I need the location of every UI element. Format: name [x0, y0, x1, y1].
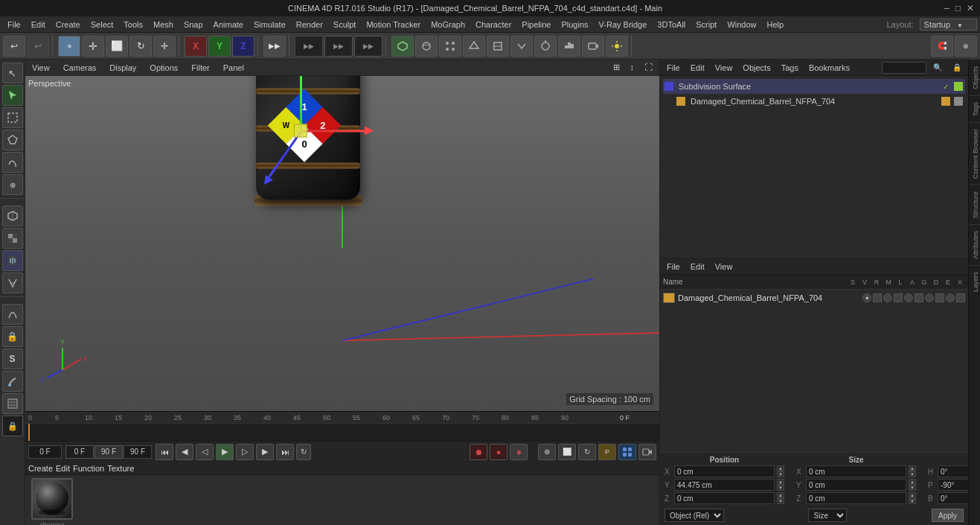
view-menu-cameras[interactable]: Cameras [60, 62, 100, 74]
view-menu-filter[interactable]: Filter [188, 62, 213, 74]
sidebar-tab-content-browser[interactable]: Content Browser [969, 122, 981, 185]
end-frame-display[interactable] [95, 445, 123, 459]
play-btn[interactable]: ▶ [216, 444, 234, 460]
mat-icon-d[interactable] [935, 293, 944, 302]
sidebar-tab-attributes[interactable]: Attributes [969, 224, 981, 265]
tool-mirror[interactable] [2, 273, 23, 293]
menu-window[interactable]: Window [723, 19, 760, 31]
menu-sculpt[interactable]: Sculpt [329, 19, 361, 31]
redo-btn[interactable]: ↩ [27, 36, 49, 57]
pos-x-down[interactable]: ▼ [777, 471, 784, 477]
menu-edit[interactable]: Edit [27, 19, 50, 31]
obj-tags-btn[interactable]: Tags [778, 62, 802, 74]
render-region-btn[interactable]: ▶▶ [263, 36, 286, 57]
menu-tools[interactable]: Tools [119, 19, 147, 31]
menu-simulate[interactable]: Simulate [249, 19, 290, 31]
minimize-btn[interactable]: – [944, 3, 949, 13]
render-all-btn[interactable]: ▶▶ [354, 36, 382, 57]
axis-y-btn[interactable]: Y [208, 36, 231, 57]
size-y-input[interactable] [806, 479, 906, 491]
menu-mesh[interactable]: Mesh [149, 19, 178, 31]
sidebar-tab-objects[interactable]: Objects [969, 60, 981, 95]
render-view-btn[interactable]: ▶▶ [295, 36, 323, 57]
mat-thumbnail[interactable] [31, 478, 73, 520]
pos-z-down[interactable]: ▼ [777, 498, 784, 504]
maximize-btn[interactable]: □ [955, 3, 961, 13]
viewport-icon-maximize[interactable]: ↕ [627, 61, 638, 74]
pos-y-input[interactable] [674, 479, 775, 491]
pos-y-down[interactable]: ▼ [777, 485, 784, 491]
view-surface-btn[interactable] [415, 36, 438, 57]
view-camera-btn[interactable] [582, 36, 604, 57]
attr-edit-btn[interactable]: Edit [687, 261, 708, 273]
undo-btn[interactable]: ↩ [3, 36, 25, 57]
view-options-btn[interactable] [558, 36, 580, 57]
goto-end-btn[interactable]: ⏭ [276, 444, 294, 460]
tool-select[interactable] [2, 85, 23, 106]
timeline-track[interactable] [25, 424, 659, 441]
size-z-input[interactable] [806, 492, 906, 504]
menu-motion-tracker[interactable]: Motion Tracker [362, 19, 425, 31]
tool-dollar[interactable]: S [2, 349, 23, 369]
view-uvw-btn[interactable] [510, 36, 533, 57]
view-menu-options[interactable]: Options [146, 62, 182, 74]
tool-lock[interactable]: 🔒 [2, 326, 23, 347]
obj-row-subdivision[interactable]: Subdivision Surface ✓ [663, 79, 965, 94]
sidebar-tab-tags[interactable]: Tags [969, 95, 981, 122]
size-y-down[interactable]: ▼ [909, 485, 916, 491]
tool-texture[interactable] [2, 250, 23, 271]
obj-lock-icon[interactable]: 🔒 [949, 62, 965, 73]
tool-checker[interactable] [2, 228, 23, 249]
all-key-btn[interactable] [618, 444, 636, 460]
menu-script[interactable]: Script [691, 19, 721, 31]
goto-start-btn[interactable]: ⏮ [156, 444, 173, 460]
view-points-btn[interactable] [439, 36, 461, 57]
tool-live-select[interactable]: ⊕ [2, 174, 23, 195]
view-light-btn[interactable] [606, 36, 628, 57]
record-btn[interactable]: ⏺ [470, 444, 487, 460]
axis-x-btn[interactable]: X [185, 36, 207, 57]
obj-view-btn[interactable]: View [711, 62, 737, 74]
sel-key-btn[interactable]: ⬜ [558, 444, 576, 460]
viewport-icon-split[interactable]: ⊞ [609, 61, 624, 74]
obj-file-btn[interactable]: File [663, 62, 684, 74]
mat-icon-g[interactable] [925, 293, 934, 302]
mat-icon-r[interactable] [883, 293, 892, 302]
size-y-up[interactable]: ▲ [909, 479, 916, 485]
menu-help[interactable]: Help [763, 19, 789, 31]
pos-z-up[interactable]: ▲ [777, 492, 784, 498]
snap-btn[interactable]: 🧲 [931, 36, 953, 57]
menu-mograph[interactable]: MoGraph [426, 19, 470, 31]
select-mode-btn[interactable]: ⌖ [58, 36, 80, 57]
scale-mode-btn[interactable]: ⬜ [106, 36, 128, 57]
tool-poly-select[interactable] [2, 130, 23, 150]
menu-select[interactable]: Select [86, 19, 118, 31]
apply-button[interactable]: Apply [932, 509, 964, 522]
mat-icon-v[interactable] [873, 293, 882, 302]
view-menu-view[interactable]: View [28, 62, 54, 74]
move-mode-btn[interactable]: ✛ [82, 36, 104, 57]
obj-search-input[interactable] [882, 62, 926, 74]
obj-objects-btn[interactable]: Objects [739, 62, 774, 74]
tool-brush[interactable] [2, 371, 23, 392]
prev-frame-btn[interactable]: ◀ [176, 444, 193, 460]
transform-btn[interactable]: ✛ [153, 36, 176, 57]
render-active-btn[interactable]: ▶▶ [324, 36, 353, 57]
menu-snap[interactable]: Snap [179, 19, 208, 31]
menu-file[interactable]: File [3, 19, 25, 31]
mat-texture-btn[interactable]: Texture [107, 464, 134, 473]
mat-icon-e[interactable] [946, 293, 955, 302]
size-mode-select[interactable]: Size Scale [808, 509, 847, 522]
key-btn[interactable]: ◆ [510, 444, 528, 460]
tool-freehand[interactable] [2, 152, 23, 173]
attr-view-btn[interactable]: View [711, 261, 737, 273]
start-frame-input[interactable] [65, 445, 94, 459]
auto-key-btn[interactable]: ● [490, 444, 507, 460]
scale-key-btn[interactable]: P [598, 444, 616, 460]
obj-tag-green[interactable] [954, 82, 963, 91]
axis-z-btn[interactable]: Z [232, 36, 254, 57]
size-x-input[interactable] [806, 465, 906, 477]
mat-icon-x[interactable] [956, 293, 965, 302]
mat-icon-m[interactable] [894, 293, 903, 302]
view-poly-btn[interactable] [487, 36, 509, 57]
